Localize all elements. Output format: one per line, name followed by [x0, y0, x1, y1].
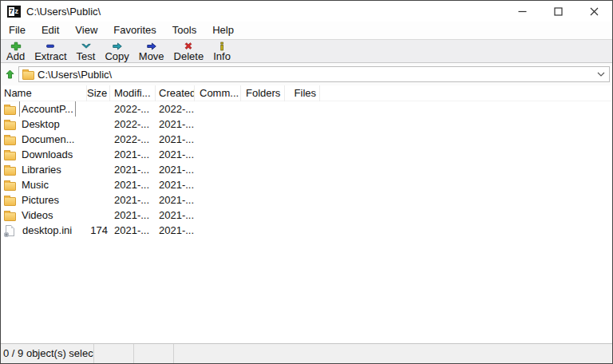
file-folders — [241, 192, 285, 208]
file-row[interactable]: AccountP... 2022-... 2022-... — [1, 101, 612, 117]
file-created: 2021-... — [156, 223, 195, 238]
move-button[interactable]: Move — [134, 40, 169, 62]
folder-icon — [4, 182, 16, 191]
file-size — [87, 162, 110, 177]
close-button[interactable] — [576, 1, 612, 22]
file-name: Music — [19, 177, 51, 192]
file-row[interactable]: Music 2021-... 2021-... — [1, 177, 612, 192]
file-name: Downloads — [19, 147, 75, 162]
file-name-cell: Pictures — [1, 192, 87, 208]
move-label: Move — [139, 51, 164, 62]
delete-label: Delete — [174, 51, 204, 62]
file-files — [285, 223, 320, 238]
file-files — [285, 162, 320, 177]
file-name-cell: AccountP... — [1, 101, 87, 117]
status-pane-2 — [94, 344, 134, 364]
file-comment — [195, 147, 241, 162]
column-header-created[interactable]: Created — [156, 85, 195, 101]
maximize-button[interactable] — [540, 1, 576, 22]
file-folders — [241, 177, 285, 192]
file-size: 174 — [87, 223, 110, 238]
folder-icon — [22, 71, 34, 80]
menu-edit[interactable]: Edit — [34, 22, 67, 39]
file-comment — [195, 132, 241, 147]
file-row[interactable]: Desktop 2022-... 2021-... — [1, 117, 612, 132]
file-row[interactable]: desktop.ini 174 2021-... 2021-... — [1, 223, 612, 238]
file-modified: 2021-... — [110, 223, 156, 238]
file-name: Desktop — [19, 117, 62, 132]
copy-button[interactable]: Copy — [100, 40, 133, 62]
file-folders — [241, 162, 285, 177]
file-name: Libraries — [19, 162, 64, 177]
info-button[interactable]: Info — [208, 40, 235, 62]
parent-folder-button[interactable] — [3, 67, 16, 81]
column-header-size[interactable]: Size — [87, 85, 110, 101]
address-combobox[interactable]: C:\Users\Public\ — [18, 66, 610, 82]
file-comment — [195, 162, 241, 177]
file-name-cell: desktop.ini — [1, 223, 87, 238]
menu-file[interactable]: File — [1, 22, 34, 39]
extract-label: Extract — [34, 51, 66, 62]
file-folders — [241, 101, 285, 117]
status-pane-3 — [134, 344, 174, 364]
file-size — [87, 177, 110, 192]
folder-icon — [4, 167, 16, 176]
minimize-button[interactable] — [504, 1, 540, 22]
file-row[interactable]: Downloads 2021-... 2021-... — [1, 147, 612, 162]
close-icon — [590, 7, 599, 16]
file-created: 2021-... — [156, 132, 195, 147]
address-path: C:\Users\Public\ — [38, 69, 597, 81]
delete-button[interactable]: Delete — [169, 40, 209, 62]
test-button[interactable]: Test — [72, 40, 101, 62]
file-folders — [241, 223, 285, 238]
column-header-modified[interactable]: Modifi... — [110, 85, 156, 101]
file-modified: 2021-... — [110, 208, 156, 223]
folder-up-icon — [6, 69, 14, 79]
file-comment — [195, 192, 241, 208]
file-files — [285, 101, 320, 117]
chevron-down-icon[interactable] — [597, 72, 605, 77]
column-header-files[interactable]: Files — [285, 85, 320, 101]
column-header-name[interactable]: Name — [1, 85, 87, 101]
file-modified: 2022-... — [110, 132, 156, 147]
folder-icon — [4, 121, 16, 130]
file-created: 2021-... — [156, 162, 195, 177]
status-selection: 0 / 9 object(s) selecte — [1, 344, 94, 364]
status-pane-4 — [174, 344, 612, 364]
column-header-comment[interactable]: Comm... — [195, 85, 241, 101]
file-files — [285, 117, 320, 132]
file-row[interactable]: Libraries 2021-... 2021-... — [1, 162, 612, 177]
file-modified: 2021-... — [110, 192, 156, 208]
file-size — [87, 101, 110, 117]
menu-view[interactable]: View — [67, 22, 105, 39]
file-files — [285, 147, 320, 162]
file-files — [285, 192, 320, 208]
file-modified: 2021-... — [110, 147, 156, 162]
file-size — [87, 132, 110, 147]
menu-favorites[interactable]: Favorites — [105, 22, 164, 39]
file-name-cell: Desktop — [1, 117, 87, 132]
folder-icon — [4, 152, 16, 160]
file-files — [285, 132, 320, 147]
extract-button[interactable]: Extract — [30, 40, 71, 62]
file-size — [87, 147, 110, 162]
column-header-row: Name Size Modifi... Created Comm... Fold… — [1, 85, 612, 101]
file-row[interactable]: Videos 2021-... 2021-... — [1, 208, 612, 223]
status-bar: 0 / 9 object(s) selecte — [1, 343, 612, 363]
file-name: Videos — [19, 208, 56, 223]
file-icon — [6, 225, 14, 236]
file-row[interactable]: Pictures 2021-... 2021-... — [1, 192, 612, 208]
column-header-folders[interactable]: Folders — [241, 85, 285, 101]
menu-tools[interactable]: Tools — [164, 22, 204, 39]
file-name: Documen... — [19, 132, 77, 147]
file-files — [285, 177, 320, 192]
copy-label: Copy — [105, 51, 129, 62]
file-name-cell: Documen... — [1, 132, 87, 147]
file-name: AccountP... — [19, 101, 76, 117]
add-button[interactable]: Add — [2, 40, 30, 62]
file-folders — [241, 117, 285, 132]
file-name-cell: Libraries — [1, 162, 87, 177]
file-row[interactable]: Documen... 2022-... 2021-... — [1, 132, 612, 147]
maximize-icon — [554, 7, 563, 16]
menu-help[interactable]: Help — [204, 22, 242, 39]
